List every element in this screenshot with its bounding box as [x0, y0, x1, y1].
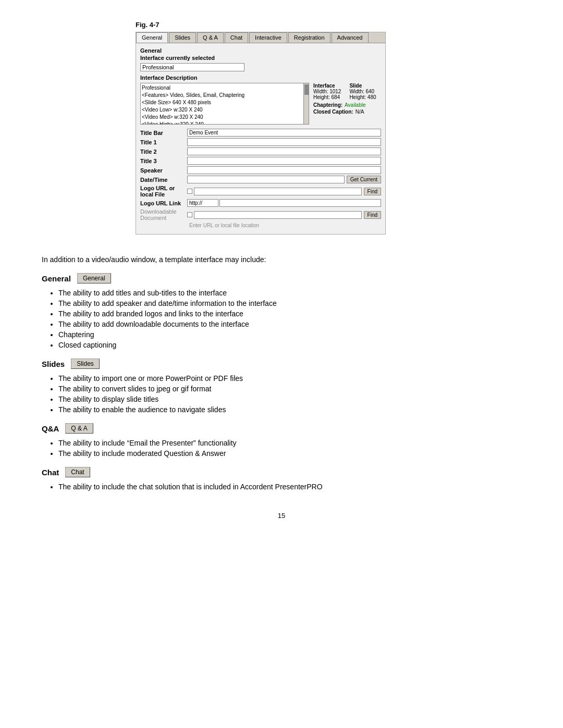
interface-width-value: 1012: [329, 89, 341, 94]
url-hint-text: Enter URL or local file location: [189, 223, 259, 228]
slide-width-value: 640: [366, 89, 375, 94]
field-input-datetime[interactable]: [187, 176, 345, 183]
field-label-speaker: Speaker: [140, 167, 187, 174]
chat-heading-section: Chat Chat: [42, 467, 521, 477]
general-bullet-6: Closed captioning: [58, 341, 521, 349]
general-button[interactable]: General: [77, 273, 111, 283]
form-row-speaker: Speaker: [140, 166, 381, 174]
general-bullet-4: The ability to add downloadable document…: [58, 320, 521, 328]
tab-advanced[interactable]: Advanced: [332, 32, 369, 43]
interface-width-row: Width: 1012: [313, 89, 341, 94]
logo-url-link-label: Logo URL Link: [140, 200, 187, 206]
qa-bullets: The ability to include “Email the Presen…: [58, 439, 521, 458]
general-bullets: The ability to add titles and sub-titles…: [58, 289, 521, 349]
tab-bar: General Slides Q & A Chat Interactive Re…: [136, 32, 385, 43]
logo-url-link-extra[interactable]: [219, 199, 381, 207]
interface-col: Interface Width: 1012 Height: 684: [313, 83, 341, 100]
qa-button[interactable]: Q & A: [65, 423, 93, 434]
caption-row: Closed Caption: N/A: [313, 109, 381, 115]
form-row-titlebar: Title Bar: [140, 129, 381, 137]
get-current-button[interactable]: Get Current: [347, 176, 381, 183]
field-label-title3: Title 3: [140, 158, 187, 164]
panel-content: General Interface currently selected Int…: [136, 43, 385, 234]
logo-url-input[interactable]: [194, 188, 362, 195]
logo-url-link-row: Logo URL Link: [140, 199, 381, 207]
chaptering-value: Available: [345, 102, 365, 108]
qa-heading-section: Q&A Q & A: [42, 423, 521, 434]
url-hint-row: Enter URL or local file location: [140, 223, 381, 228]
chat-button[interactable]: Chat: [65, 467, 90, 477]
intro-text: In addition to a video/audio window, a t…: [42, 255, 521, 264]
tab-qa[interactable]: Q & A: [197, 32, 224, 43]
tab-slides[interactable]: Slides: [169, 32, 196, 43]
slides-heading-text: Slides: [42, 360, 65, 368]
general-bullet-3: The ability to add branded logos and lin…: [58, 310, 521, 318]
desc-content: Professional <Features> Video, Slides, E…: [141, 83, 309, 125]
field-label-titlebar: Title Bar: [140, 130, 187, 136]
field-label-datetime: Date/Time: [140, 177, 187, 183]
page-number: 15: [42, 512, 521, 520]
panel-subtitle: Interface currently selected: [140, 55, 381, 61]
slide-width-row: Width: 640: [349, 89, 376, 94]
logo-url-link-input[interactable]: [187, 199, 218, 207]
chat-bullets: The ability to include the chat solution…: [58, 483, 521, 491]
ui-screenshot: General Slides Q & A Chat Interactive Re…: [136, 32, 386, 235]
slide-col-label: Slide: [349, 83, 376, 89]
tab-general[interactable]: General: [136, 32, 168, 43]
interface-height-value: 684: [331, 94, 340, 100]
tab-registration[interactable]: Registration: [288, 32, 331, 43]
interface-info: Interface Width: 1012 Height: 684 Slide …: [313, 83, 381, 125]
download-url-input[interactable]: [194, 211, 362, 219]
field-input-title3[interactable]: [187, 157, 381, 165]
chat-bullet-1: The ability to include the chat solution…: [58, 483, 521, 491]
slides-bullets: The ability to import one or more PowerP…: [58, 374, 521, 414]
general-heading-section: General General: [42, 273, 521, 283]
fig-label: Fig. 4-7: [136, 21, 386, 29]
slide-col: Slide Width: 640 Height: 480: [349, 83, 376, 100]
logo-label: Logo URL or local File: [140, 185, 187, 198]
slides-bullet-4: The ability to enable the audience to na…: [58, 405, 521, 414]
field-label-title2: Title 2: [140, 149, 187, 155]
download-find-button[interactable]: Find: [364, 211, 381, 219]
tab-chat[interactable]: Chat: [225, 32, 248, 43]
qa-heading-text: Q&A: [42, 424, 59, 433]
general-bullet-2: The ability to add speaker and date/time…: [58, 299, 521, 307]
form-row-title2: Title 2: [140, 147, 381, 155]
slides-button[interactable]: Slides: [71, 359, 100, 369]
form-row-datetime: Date/Time Get Current: [140, 176, 381, 183]
qa-bullet-1: The ability to include “Email the Presen…: [58, 439, 521, 447]
chaptering-label: Chaptering:: [313, 102, 342, 108]
form-row-title1: Title 1: [140, 138, 381, 146]
desc-label: Interface Description: [140, 75, 381, 81]
field-input-title1[interactable]: [187, 138, 381, 146]
desc-scrollbar-thumb: [304, 84, 309, 95]
download-checkbox[interactable]: [187, 212, 192, 217]
panel-section-label: General: [140, 47, 381, 54]
field-input-titlebar[interactable]: [187, 129, 381, 137]
slides-bullet-3: The ability to display slide titles: [58, 395, 521, 403]
field-input-speaker[interactable]: [187, 166, 381, 174]
desc-textarea[interactable]: Professional <Features> Video, Slides, E…: [140, 83, 309, 125]
field-label-title1: Title 1: [140, 139, 187, 145]
interface-col-label: Interface: [313, 83, 341, 89]
general-bullet-5: Chaptering: [58, 330, 521, 339]
interface-height-row: Height: 684: [313, 94, 341, 100]
interface-desc-section: Professional <Features> Video, Slides, E…: [140, 83, 381, 125]
desc-scrollbar[interactable]: [303, 83, 309, 124]
logo-row: Logo URL or local File Find: [140, 185, 381, 198]
general-bullet-1: The ability to add titles and sub-titles…: [58, 289, 521, 297]
logo-find-button[interactable]: Find: [364, 188, 381, 195]
caption-value: N/A: [356, 109, 364, 115]
slides-bullet-2: The ability to convert slides to jpeg or…: [58, 385, 521, 393]
caption-label: Closed Caption:: [313, 109, 353, 115]
field-input-title2[interactable]: [187, 147, 381, 155]
slide-height-value: 480: [368, 94, 376, 100]
slides-heading-section: Slides Slides: [42, 359, 521, 369]
logo-checkbox[interactable]: [187, 189, 192, 194]
qa-bullet-2: The ability to include moderated Questio…: [58, 449, 521, 458]
interface-selected-input[interactable]: [140, 63, 244, 71]
download-row: Downloadable Document Find: [140, 208, 381, 221]
chat-heading-text: Chat: [42, 468, 59, 477]
tab-interactive[interactable]: Interactive: [249, 32, 287, 43]
form-row-title3: Title 3: [140, 157, 381, 165]
